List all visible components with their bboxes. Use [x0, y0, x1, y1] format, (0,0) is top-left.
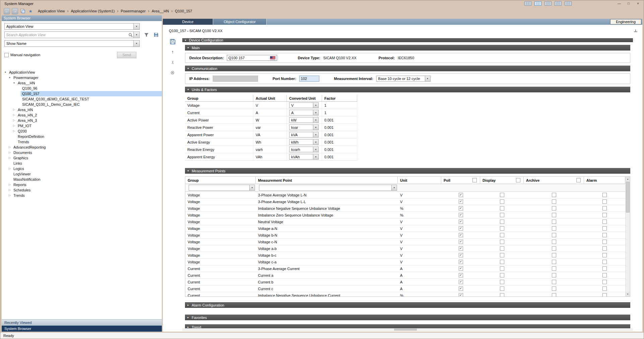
dropdown-arrow-icon[interactable]: ▼ — [313, 132, 318, 137]
archive-checkbox[interactable] — [552, 280, 556, 284]
poll-checkbox[interactable]: ✔ — [459, 280, 463, 284]
tree-item[interactable]: ▷Schedules — [2, 187, 162, 193]
dropdown-arrow-icon[interactable]: ▼ — [391, 185, 397, 190]
poll-checkbox[interactable]: ✔ — [459, 213, 463, 217]
dropdown-arrow-icon[interactable]: ▼ — [313, 117, 318, 122]
section-favorites[interactable]: ► Favorites — [185, 315, 630, 320]
poll-checkbox[interactable]: ✔ — [459, 286, 463, 291]
search-input[interactable] — [5, 33, 124, 37]
dropdown-arrow-icon[interactable]: ▼ — [133, 40, 139, 47]
measurement-point-filter-select[interactable]: ▼ — [259, 185, 397, 191]
display-checkbox[interactable] — [500, 226, 504, 231]
display-checkbox[interactable] — [500, 260, 504, 264]
recently-viewed-bar[interactable]: Recently Viewed — [2, 319, 162, 326]
section-main[interactable]: ▼ Main — [185, 45, 630, 51]
section-alarm-configuration[interactable]: ► Alarm Configuration — [185, 302, 630, 308]
cancel-icon[interactable]: ⊗ — [169, 70, 176, 76]
view-mode-select[interactable]: Application View ▼ — [4, 23, 140, 30]
archive-checkbox[interactable] — [552, 273, 556, 277]
measurement-row[interactable]: VoltageVoltage b-NV✔ — [185, 232, 625, 239]
display-checkbox[interactable] — [500, 240, 504, 244]
tab-device[interactable]: Device — [163, 19, 213, 25]
alarm-checkbox[interactable] — [602, 253, 607, 257]
pin-icon[interactable] — [634, 29, 638, 33]
measurement-row[interactable]: CurrentCurrent cA✔ — [185, 285, 625, 292]
archive-checkbox[interactable] — [552, 266, 556, 271]
manual-navigation-checkbox[interactable] — [4, 53, 9, 57]
send-button[interactable]: Send — [117, 52, 136, 58]
tree-item[interactable]: ▷AdvancedReporting — [2, 145, 162, 150]
poll-checkbox[interactable]: ✔ — [459, 266, 463, 271]
breadcrumb-item[interactable]: Area__HN — [152, 9, 169, 13]
tab-object-configurator[interactable]: Object Configurator — [213, 19, 267, 25]
tree-item[interactable]: ▷Documents — [2, 150, 162, 155]
dropdown-arrow-icon[interactable]: ▼ — [425, 76, 430, 81]
poll-checkbox[interactable]: ✔ — [459, 220, 463, 224]
poll-checkbox[interactable]: ✔ — [459, 206, 463, 210]
clone-view-icon[interactable] — [20, 8, 26, 14]
display-checkbox[interactable] — [500, 280, 504, 284]
alarm-checkbox[interactable] — [602, 199, 607, 204]
poll-header-checkbox[interactable] — [472, 178, 477, 182]
converted-unit-select[interactable]: kvarh▼ — [289, 147, 319, 152]
alarm-checkbox[interactable] — [602, 206, 607, 210]
measurement-row[interactable]: Voltage3-Phase Average Voltage L-LV✔ — [185, 198, 625, 205]
search-dropdown-arrow-icon[interactable]: ▼ — [134, 31, 140, 38]
alarm-checkbox[interactable] — [602, 213, 607, 217]
converted-unit-select[interactable]: A▼ — [289, 110, 319, 115]
measurement-row[interactable]: CurrentImbalance Negative Sequence Unbal… — [185, 292, 625, 296]
display-checkbox[interactable] — [500, 253, 504, 257]
horizontal-scrollbar-thumb[interactable] — [394, 329, 417, 331]
alarm-checkbox[interactable] — [602, 273, 607, 277]
measurement-row[interactable]: VoltageNeutral VoltageV✔ — [185, 219, 625, 225]
tree-collapsed-arrow-icon[interactable]: ▷ — [12, 129, 16, 134]
dropdown-arrow-icon[interactable]: ▼ — [313, 147, 318, 152]
measurement-row[interactable]: VoltageVoltage a-bV✔ — [185, 245, 625, 252]
alarm-checkbox[interactable] — [602, 240, 607, 244]
archive-checkbox[interactable] — [552, 226, 556, 231]
tree-collapsed-arrow-icon[interactable]: ▷ — [7, 187, 12, 193]
engineering-button[interactable]: Engineering — [610, 19, 641, 24]
tree-item[interactable]: ReportDefinition — [2, 134, 162, 139]
poll-checkbox[interactable]: ✔ — [459, 273, 463, 277]
measurement-row[interactable]: Current3-Phase Average CurrentA✔ — [185, 265, 625, 272]
tree-collapsed-arrow-icon[interactable]: ▷ — [12, 123, 16, 129]
display-checkbox[interactable] — [500, 199, 504, 204]
tree-item[interactable]: ▷Logics — [2, 166, 162, 171]
measurement-row[interactable]: CurrentCurrent aA✔ — [185, 272, 625, 279]
tree-item[interactable]: SICAM_Q100_dEMO_CASE_IEC_TEST — [2, 96, 162, 102]
tree-collapsed-arrow-icon[interactable]: ▷ — [7, 193, 12, 198]
breadcrumb-item[interactable]: Powermanager — [121, 9, 146, 13]
section-measurement-points[interactable]: ▼ Measurement Points — [185, 168, 630, 174]
breadcrumb-item[interactable]: ApplicationView (System1) — [71, 9, 115, 13]
display-header-checkbox[interactable] — [516, 178, 520, 182]
maximize-button[interactable]: □ — [625, 1, 632, 6]
move-up-icon[interactable]: ↑ — [169, 49, 176, 55]
search-field[interactable] — [4, 31, 134, 38]
ip-address-input[interactable] — [213, 76, 258, 82]
archive-checkbox[interactable] — [552, 286, 556, 291]
save-filter-icon[interactable] — [153, 32, 159, 38]
tree-collapsed-arrow-icon[interactable]: ▷ — [7, 166, 12, 171]
dropdown-arrow-icon[interactable]: ▼ — [313, 154, 318, 159]
alarm-checkbox[interactable] — [602, 226, 607, 231]
archive-checkbox[interactable] — [552, 199, 556, 204]
cut-icon[interactable]: ✂ — [170, 59, 176, 66]
measurement-row[interactable]: VoltageImbalance Zero Sequence Unbalance… — [185, 212, 625, 219]
breadcrumb-item[interactable]: Application View — [38, 9, 65, 13]
measurement-row[interactable]: VoltageVoltage a-NV✔ — [185, 225, 625, 232]
alarm-checkbox[interactable] — [602, 233, 607, 237]
section-communication[interactable]: ▼ Communication — [185, 66, 630, 71]
display-checkbox[interactable] — [500, 213, 504, 217]
converted-unit-select[interactable]: kVA▼ — [289, 132, 319, 138]
archive-checkbox[interactable] — [552, 220, 556, 224]
alarm-checkbox[interactable] — [602, 260, 607, 264]
dropdown-arrow-icon[interactable]: ▼ — [249, 185, 255, 190]
tree-collapsed-arrow-icon[interactable]: ▷ — [12, 112, 16, 118]
tree-expanded-arrow-icon[interactable]: ▼ — [7, 75, 12, 80]
poll-checkbox[interactable]: ✔ — [459, 193, 463, 197]
alarm-checkbox[interactable] — [602, 293, 607, 296]
measurement-row[interactable]: CurrentCurrent bA✔ — [185, 279, 625, 285]
converted-unit-select[interactable]: V▼ — [289, 102, 319, 108]
display-mode-select[interactable]: Show Name ▼ — [4, 40, 140, 47]
